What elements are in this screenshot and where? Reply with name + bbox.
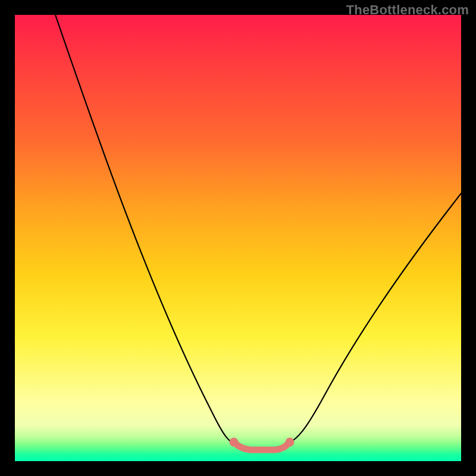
bottleneck-curve-path (55, 15, 461, 449)
optimal-range-end-dot (286, 438, 295, 447)
optimal-range-marker (234, 442, 290, 450)
bottleneck-curve-svg (15, 15, 461, 461)
watermark-text: TheBottleneck.com (346, 2, 469, 18)
chart-frame: TheBottleneck.com (0, 0, 476, 476)
plot-area (15, 15, 461, 461)
optimal-range-start-dot (230, 438, 239, 447)
